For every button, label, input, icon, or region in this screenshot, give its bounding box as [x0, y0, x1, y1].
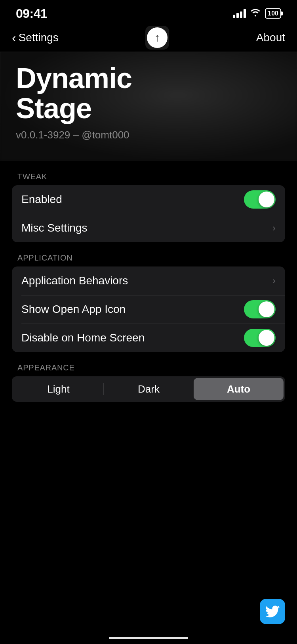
toggle-knob-3 [259, 330, 274, 346]
disable-home-screen-row[interactable]: Disable on Home Screen [12, 324, 285, 352]
app-behaviors-chevron-icon: › [272, 275, 276, 286]
segment-auto[interactable]: Auto [194, 378, 284, 400]
hero-section: DynamicStage v0.0.1-3929 – @tomt000 [0, 52, 297, 161]
status-icons: 100 [233, 8, 281, 19]
twitter-button[interactable] [260, 599, 285, 624]
segment-auto-label: Auto [227, 383, 250, 395]
application-settings-group: Application Behaviors › Show Open App Ic… [12, 266, 285, 352]
app-behaviors-label: Application Behaviors [21, 274, 128, 287]
app-icon-arrow: ↑ [154, 31, 160, 44]
signal-bars-icon [233, 9, 246, 18]
app-icon-inner: ↑ [147, 27, 168, 48]
tweak-section-header: TWEAK [12, 161, 285, 185]
show-open-app-icon-toggle[interactable] [244, 300, 276, 318]
toggle-knob [259, 192, 274, 207]
disable-home-screen-label: Disable on Home Screen [21, 332, 145, 344]
app-version: v0.0.1-3929 – @tomt000 [16, 129, 281, 141]
enabled-toggle[interactable] [244, 190, 276, 209]
battery-icon: 100 [265, 8, 281, 19]
hero-content: DynamicStage v0.0.1-3929 – @tomt000 [16, 63, 281, 141]
home-indicator [109, 637, 188, 639]
nav-bar: ‹ Settings ↑ About [0, 24, 297, 52]
segment-light-label: Light [47, 383, 69, 395]
segment-dark-label: Dark [138, 383, 160, 395]
back-chevron-icon: ‹ [12, 31, 16, 44]
back-button[interactable]: ‹ Settings [12, 31, 59, 44]
main-content: TWEAK Enabled Misc Settings › APPLICATIO… [0, 161, 297, 449]
misc-settings-chevron-icon: › [272, 222, 276, 234]
enabled-label: Enabled [21, 193, 62, 206]
misc-settings-right: › [272, 222, 276, 234]
twitter-icon [265, 606, 280, 617]
misc-settings-row[interactable]: Misc Settings › [12, 214, 285, 242]
app-behaviors-row[interactable]: Application Behaviors › [12, 266, 285, 295]
toggle-knob-2 [259, 301, 274, 317]
misc-settings-label: Misc Settings [21, 222, 88, 234]
app-icon: ↑ [145, 26, 169, 50]
appearance-segmented-control[interactable]: Light Dark Auto [12, 376, 285, 402]
back-label: Settings [19, 31, 59, 44]
battery-level: 100 [268, 10, 278, 17]
show-open-app-icon-label: Show Open App Icon [21, 303, 126, 316]
disable-home-screen-toggle[interactable] [244, 329, 276, 347]
about-button[interactable]: About [256, 31, 285, 44]
appearance-section-header: APPEARANCE [12, 352, 285, 376]
app-title: DynamicStage [16, 63, 281, 123]
enabled-row[interactable]: Enabled [12, 185, 285, 214]
segment-dark[interactable]: Dark [104, 378, 194, 400]
segment-light[interactable]: Light [13, 378, 103, 400]
app-behaviors-right: › [272, 275, 276, 286]
tweak-settings-group: Enabled Misc Settings › [12, 185, 285, 242]
wifi-icon [250, 8, 261, 19]
status-bar: 09:41 100 [0, 0, 297, 24]
application-section-header: APPLICATION [12, 242, 285, 266]
show-open-app-icon-row[interactable]: Show Open App Icon [12, 295, 285, 324]
status-time: 09:41 [16, 6, 47, 21]
bottom-space [12, 402, 285, 449]
